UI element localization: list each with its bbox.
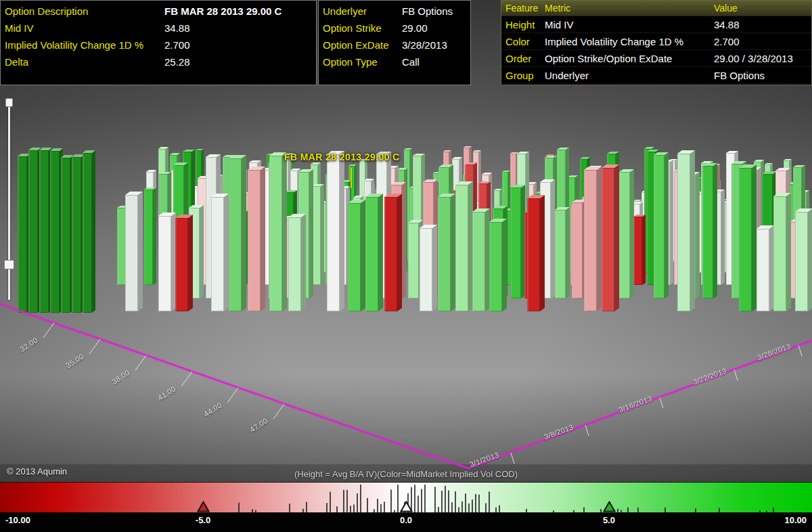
info-row: Mid IV 34.88 (1, 20, 316, 37)
field-value: 29.00 (402, 22, 428, 34)
field-value: Call (402, 56, 420, 68)
feature-name: Order (505, 53, 545, 64)
field-label: Delta (5, 56, 164, 68)
header-metric: Metric (545, 3, 714, 14)
height-filter-slider-track[interactable] (8, 99, 10, 300)
feature-value: 34.88 (714, 19, 811, 30)
header-value: Value (714, 3, 811, 14)
feature-metric: Option Strike/Option ExDate (545, 53, 714, 64)
field-label: Mid IV (5, 22, 164, 34)
field-label: Underlyer (323, 5, 402, 17)
scale-max-label: 10.00 (784, 515, 807, 525)
selected-option-tooltip: FB MAR 28 2013 29.00 C (284, 152, 400, 162)
field-value: FB Options (402, 5, 453, 17)
option-detail-panel: Option Description FB MAR 28 2013 29.00 … (0, 0, 317, 85)
midpoint-marker[interactable] (400, 501, 413, 512)
height-filter-slider-handle[interactable] (4, 260, 14, 269)
positive-threshold-marker[interactable] (603, 501, 616, 512)
feature-value: 29.00 / 3/28/2013 (714, 53, 811, 64)
field-value: 3/28/2013 (402, 39, 447, 51)
feature-row-color: Color Implied Volatility Change 1D % 2.7… (501, 33, 811, 50)
feature-mapping-panel: Feature Metric Value Height Mid IV 34.88… (501, 0, 812, 85)
feature-row-group: Group Underlyer FB Options (501, 67, 811, 84)
info-row: Delta 25.28 (1, 53, 316, 70)
field-value: 34.88 (164, 22, 190, 34)
info-row: Option Description FB MAR 28 2013 29.00 … (1, 3, 316, 20)
slider-top-cap[interactable] (5, 98, 13, 107)
field-label: Option Type (323, 56, 402, 68)
header-feature: Feature (505, 3, 545, 14)
feature-name: Group (505, 70, 545, 81)
feature-row-order: Order Option Strike/Option ExDate 29.00 … (501, 50, 811, 67)
field-value: 25.28 (164, 56, 190, 68)
feature-metric: Mid IV (545, 19, 714, 30)
scale-neg-label: -5.0 (196, 515, 210, 525)
field-value: 2.700 (164, 39, 190, 51)
field-value: FB MAR 28 2013 29.00 C (164, 5, 281, 17)
field-label: Option Strike (323, 22, 402, 34)
feature-metric: Implied Volatility Change 1D % (545, 36, 714, 47)
feature-value: FB Options (714, 70, 811, 81)
scene-caption: (Height = Avg B/A IV)(Color=MidMarket Im… (0, 469, 812, 479)
color-scale-bar[interactable] (0, 482, 812, 512)
tooltip-pointer-line (351, 168, 352, 188)
feature-row-height: Height Mid IV 34.88 (501, 16, 811, 33)
field-label: Option ExDate (323, 39, 402, 51)
scale-min-label: -10.00 (5, 515, 30, 525)
info-row: Option Type Call (319, 53, 470, 70)
feature-name: Color (505, 36, 545, 47)
info-row: Underlyer FB Options (319, 3, 470, 20)
field-label: Option Description (5, 5, 164, 17)
scale-zero-label: 0.0 (400, 515, 412, 525)
info-row: Implied Volatility Change 1D % 2.700 (1, 37, 316, 53)
feature-name: Height (505, 19, 545, 30)
field-label: Implied Volatility Change 1D % (5, 39, 164, 51)
color-scale-labels: -10.00 -5.0 0.0 5.0 10.00 (0, 512, 812, 532)
feature-table-header: Feature Metric Value (501, 1, 811, 16)
negative-threshold-marker[interactable] (197, 501, 210, 512)
info-row: Option ExDate 3/28/2013 (319, 37, 470, 53)
underlyer-detail-panel: Underlyer FB Options Option Strike 29.00… (318, 0, 471, 85)
feature-metric: Underlyer (545, 70, 714, 81)
alphavision-window: FB MAR 28 2013 29.00 C © 2013 Aqumin (He… (0, 0, 812, 532)
info-row: Option Strike 29.00 (319, 20, 470, 37)
scale-pos-label: 5.0 (603, 515, 615, 525)
feature-value: 2.700 (714, 36, 811, 47)
